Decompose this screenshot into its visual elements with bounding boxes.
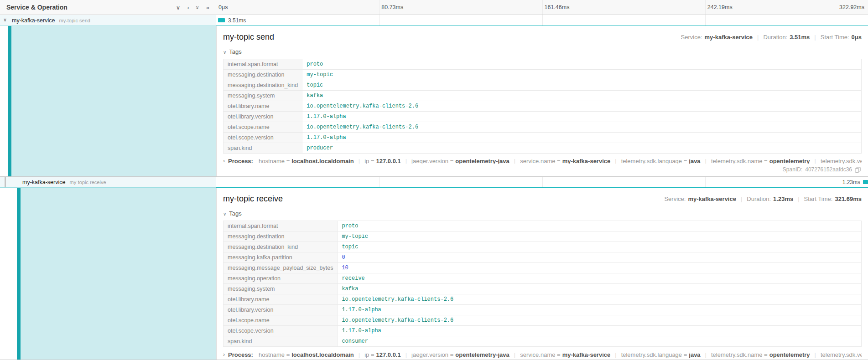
span-duration-label: 1.23ms	[842, 179, 860, 185]
tag-row: messaging.destination my-topic	[223, 231, 862, 242]
chevron-down-icon[interactable]: ∨	[176, 5, 181, 10]
tags-label: Tags	[229, 210, 241, 217]
overview-label: Start Time:	[821, 34, 849, 41]
tag-value: receive	[338, 273, 862, 284]
tag-row: messaging.destination my-topic	[223, 70, 862, 80]
tag-key: otel.library.version	[223, 305, 338, 315]
overview-label: Start Time:	[804, 195, 833, 202]
chevron-right-icon[interactable]: ›	[187, 5, 189, 10]
detail-indent[interactable]	[0, 26, 216, 176]
tag-row: span.kind consumer	[223, 336, 862, 347]
process-item: service.namemy-kafka-service	[509, 351, 610, 358]
detail-indent[interactable]	[0, 188, 216, 360]
span-duration-label: 3.51ms	[228, 17, 246, 24]
timeline-gridline	[379, 0, 379, 15]
tick-label: 0μs	[218, 4, 228, 10]
process-key: hostname	[259, 158, 290, 164]
process-key: ip	[364, 158, 374, 164]
process-accordian-header[interactable]: › Process: hostnamelocalhost.localdomain…	[223, 158, 862, 164]
timeline-gridline	[542, 15, 543, 26]
copy-span-id-icon[interactable]	[855, 167, 861, 173]
process-value: my-kafka-service	[562, 351, 611, 358]
timeline-ruler[interactable]: 0μs 80.73ms 161.46ms 242.19ms 322.92ms	[216, 0, 868, 15]
overview-item: Duration:1.23ms	[736, 195, 793, 202]
tag-value: proto	[302, 59, 862, 70]
timeline-gridline	[379, 15, 379, 26]
overview-label: Service:	[681, 34, 702, 41]
process-key: telemetry.sdk.version	[821, 158, 862, 164]
span-row-send[interactable]: ∨ my-kafka-service my-topic send 3.51ms	[0, 15, 868, 26]
tag-row: messaging.message_payload_size_bytes 10	[223, 263, 862, 273]
span-detail-panel-receive: my-topic receive Service:my-kafka-servic…	[216, 188, 868, 360]
expand-collapse-controls: ∨ › » »	[176, 5, 209, 10]
tag-row: internal.span.format proto	[223, 221, 862, 231]
tag-value: my-topic	[302, 70, 862, 80]
tag-key: span.kind	[223, 143, 302, 154]
tag-key: messaging.kafka.partition	[223, 252, 338, 263]
selected-span-fill	[11, 26, 216, 176]
process-key: telemetry.sdk.version	[821, 351, 862, 358]
tag-key: messaging.system	[223, 91, 302, 101]
process-value: 127.0.0.1	[376, 351, 401, 358]
process-item: service.namemy-kafka-service	[509, 158, 610, 164]
tag-row: otel.scope.version 1.17.0-alpha	[223, 326, 862, 336]
tag-value: io.opentelemetry.kafka-clients-2.6	[338, 315, 862, 326]
tags-table: internal.span.format proto messaging.des…	[223, 221, 862, 347]
process-items: hostnamelocalhost.localdomain ip127.0.0.…	[259, 158, 862, 164]
tag-row: otel.scope.version 1.17.0-alpha	[223, 133, 862, 143]
span-duration-bar[interactable]	[863, 180, 868, 184]
span-operation-name: my-topic receive	[69, 180, 106, 185]
span-operation-name: my-topic send	[59, 18, 90, 23]
tick-label: 322.92ms	[839, 4, 864, 10]
double-chevron-right-icon[interactable]: »	[206, 5, 209, 10]
span-detail-title: my-topic receive	[223, 194, 283, 204]
span-timeline-cell[interactable]: 3.51ms	[216, 15, 868, 26]
tag-row: messaging.system kafka	[223, 91, 862, 101]
process-items: hostnamelocalhost.localdomain ip127.0.0.…	[259, 351, 862, 358]
span-id-value: 407276152aafdc36	[805, 166, 852, 173]
process-item: telemetry.sdk.nameopentelemetry	[701, 351, 810, 358]
overview-item: Service:my-kafka-service	[681, 34, 753, 41]
timeline-gridline	[705, 177, 706, 187]
tags-table: internal.span.format proto messaging.des…	[223, 59, 862, 154]
overview-item: Start Time:321.69ms	[793, 195, 862, 202]
process-value: opentelemetry	[769, 351, 810, 358]
tags-accordian-header[interactable]: ∨Tags	[223, 210, 862, 217]
overview-item: Start Time:0μs	[810, 34, 862, 41]
tag-key: messaging.operation	[223, 273, 338, 284]
span-name-cell[interactable]: ∨ my-kafka-service my-topic send	[0, 15, 216, 26]
process-accordian-header[interactable]: › Process: hostnamelocalhost.localdomain…	[223, 351, 862, 358]
tag-value: topic	[338, 242, 862, 252]
overview-value: 0μs	[852, 34, 862, 41]
tag-value: 1.17.0-alpha	[338, 305, 862, 315]
tag-value: producer	[302, 143, 862, 154]
tag-row: internal.span.format proto	[223, 59, 862, 70]
tag-key: otel.library.name	[223, 294, 338, 305]
tag-key: otel.library.name	[223, 101, 302, 112]
span-row-receive[interactable]: my-kafka-service my-topic receive 1.23ms	[0, 177, 868, 188]
process-label: Process:	[228, 158, 253, 164]
service-operation-header: Service & Operation ∨ › » »	[0, 0, 216, 15]
double-chevron-down-icon[interactable]: »	[195, 5, 201, 9]
tag-value: io.opentelemetry.kafka-clients-2.6	[338, 294, 862, 305]
span-name-cell[interactable]: my-kafka-service my-topic receive	[0, 177, 216, 187]
collapse-children-icon[interactable]: ∨	[3, 17, 7, 23]
process-item: telemetry.sdk.version1.17.0	[810, 158, 862, 164]
tag-key: messaging.message_payload_size_bytes	[223, 263, 338, 273]
span-duration-bar[interactable]	[218, 18, 225, 22]
tag-value: my-topic	[338, 231, 862, 242]
tag-value: 0	[338, 252, 862, 263]
overview-value: my-kafka-service	[688, 195, 736, 202]
process-label: Process:	[228, 351, 253, 358]
span-timeline-cell[interactable]: 1.23ms	[216, 177, 868, 187]
tag-row: messaging.destination_kind topic	[223, 242, 862, 252]
span-tree-guide	[5, 177, 6, 187]
process-value: opentelemetry-java	[455, 158, 509, 164]
tag-row: otel.library.version 1.17.0-alpha	[223, 112, 862, 122]
tag-key: messaging.destination_kind	[223, 242, 338, 252]
tag-key: messaging.destination	[223, 70, 302, 80]
process-value: localhost.localdomain	[291, 351, 354, 358]
tags-accordian-header[interactable]: ∨Tags	[223, 48, 862, 55]
process-key: telemetry.sdk.language	[621, 351, 687, 358]
tag-row: otel.library.name io.opentelemetry.kafka…	[223, 101, 862, 112]
